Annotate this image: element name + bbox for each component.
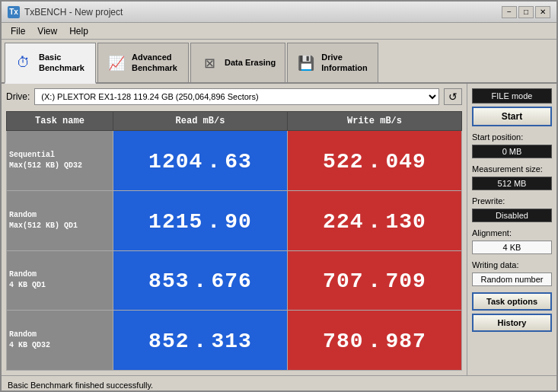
menu-file[interactable]: File — [5, 24, 31, 38]
read-sequential: 1204．63 — [113, 131, 288, 191]
read-random-512-qd1: 1215．90 — [113, 190, 288, 250]
status-bar: Basic Benchmark finished successfully. — [2, 375, 556, 392]
prewrite-label: Prewrite: — [472, 196, 552, 206]
tab-erasing-icon: ⊠ — [200, 54, 218, 72]
measurement-size-label: Measurement size: — [472, 164, 552, 174]
left-panel: Drive: (X:) PLEXTOR EX1-128 119.24 GB (2… — [2, 84, 467, 375]
menu-help[interactable]: Help — [63, 24, 94, 38]
col-read: Read mB/s — [113, 112, 288, 131]
minimize-button[interactable]: − — [502, 6, 517, 18]
task-options-button[interactable]: Task options — [472, 292, 552, 311]
col-task: Task name — [7, 112, 113, 131]
write-random-4k-qd1: 707．709 — [288, 250, 462, 311]
read-random-4k-qd32: 852．313 — [113, 311, 288, 371]
alignment-value: 4 KB — [472, 241, 552, 254]
menu-bar: File View Help — [2, 23, 556, 40]
drive-label: Drive: — [6, 91, 30, 102]
maximize-button[interactable]: □ — [518, 6, 534, 18]
app-icon: Tx — [8, 6, 20, 18]
file-mode-button[interactable]: FILE mode — [472, 88, 552, 104]
tab-basic-icon: ⏱ — [14, 54, 33, 72]
drive-refresh-button[interactable]: ↺ — [444, 88, 462, 105]
right-panel: FILE mode Start Start position: 0 MB Mea… — [467, 84, 556, 375]
benchmark-table: Task name Read mB/s Write mB/s Sequentia… — [6, 111, 462, 371]
tab-erasing[interactable]: ⊠ Data Erasing — [190, 43, 285, 82]
history-button[interactable]: History — [472, 314, 552, 332]
task-random-4k-qd1: Random4 KB QD1 — [7, 250, 113, 311]
table-row: Random4 KB QD1 853．676 707．709 — [7, 250, 462, 311]
drive-select[interactable]: (X:) PLEXTOR EX1-128 119.24 GB (250,064,… — [34, 88, 439, 105]
tab-drive-label: DriveInformation — [321, 53, 368, 72]
tab-drive-info[interactable]: 💾 DriveInformation — [287, 43, 378, 82]
tab-advanced-label: AdvancedBenchmark — [132, 53, 177, 72]
writing-data-value: Random number — [472, 272, 552, 286]
measurement-size-value: 512 MB — [472, 177, 552, 190]
col-write: Write mB/s — [288, 112, 462, 131]
title-bar: Tx TxBENCH - New project − □ ✕ — [2, 2, 556, 23]
task-sequential: SequentialMax(512 KB) QD32 — [7, 131, 113, 191]
table-row: Random4 KB QD32 852．313 780．987 — [7, 311, 462, 371]
write-sequential: 522．049 — [288, 131, 462, 191]
task-random-4k-qd32: Random4 KB QD32 — [7, 311, 113, 371]
tab-drive-icon: 💾 — [297, 54, 315, 72]
alignment-label: Alignment: — [472, 228, 552, 237]
main-area: Drive: (X:) PLEXTOR EX1-128 119.24 GB (2… — [2, 84, 556, 375]
close-button[interactable]: ✕ — [535, 6, 550, 18]
window-title: TxBENCH - New project — [24, 7, 502, 18]
menu-view[interactable]: View — [31, 24, 63, 38]
table-row: RandomMax(512 KB) QD1 1215．90 224．130 — [7, 190, 462, 250]
table-row: SequentialMax(512 KB) QD32 1204．63 522．0… — [7, 131, 462, 191]
write-random-512-qd1: 224．130 — [288, 190, 462, 250]
status-text: Basic Benchmark finished successfully. — [8, 381, 153, 390]
start-position-label: Start position: — [472, 132, 552, 142]
prewrite-value: Disabled — [472, 209, 552, 222]
start-position-value: 0 MB — [472, 145, 552, 158]
tab-advanced[interactable]: 📈 AdvancedBenchmark — [97, 43, 189, 82]
window-controls: − □ ✕ — [502, 6, 550, 18]
drive-row: Drive: (X:) PLEXTOR EX1-128 119.24 GB (2… — [6, 88, 462, 105]
writing-data-label: Writing data: — [472, 260, 552, 269]
task-random-512-qd1: RandomMax(512 KB) QD1 — [7, 190, 113, 250]
tab-basic-label: BasicBenchmark — [39, 53, 84, 72]
write-random-4k-qd32: 780．987 — [288, 311, 462, 371]
tab-basic[interactable]: ⏱ BasicBenchmark — [5, 43, 96, 84]
tab-erasing-label: Data Erasing — [225, 58, 276, 68]
read-random-4k-qd1: 853．676 — [113, 250, 288, 311]
tab-advanced-icon: 📈 — [107, 54, 126, 72]
tab-bar: ⏱ BasicBenchmark 📈 AdvancedBenchmark ⊠ D… — [2, 40, 556, 84]
start-button[interactable]: Start — [472, 107, 552, 126]
